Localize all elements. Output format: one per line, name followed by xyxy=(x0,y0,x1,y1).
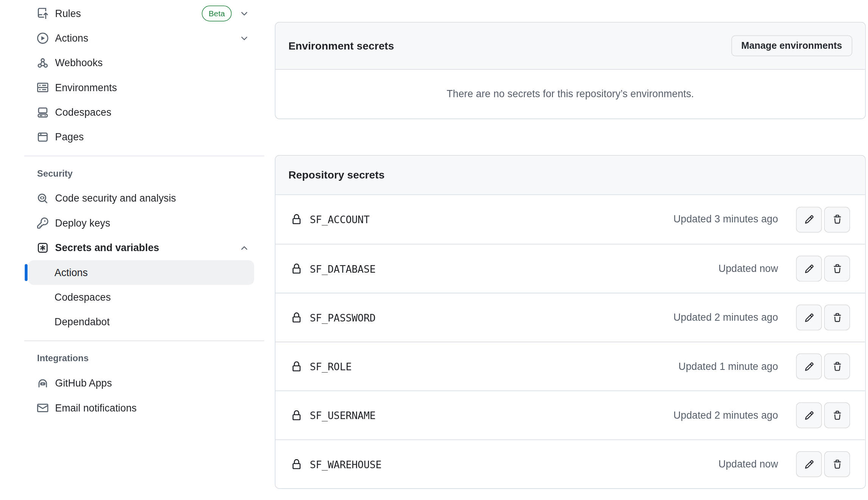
environment-secrets-title: Environment secrets xyxy=(288,40,394,52)
pencil-icon xyxy=(804,460,814,469)
sidebar-item-label: Rules xyxy=(55,8,81,19)
delete-secret-button[interactable] xyxy=(824,207,850,232)
hubot-icon xyxy=(37,377,48,389)
sidebar-item-label: Webhooks xyxy=(55,57,103,69)
sidebar-section-security: Security xyxy=(24,161,264,186)
chevron-down-icon[interactable] xyxy=(240,9,249,18)
sidebar-item-secrets-and-variables[interactable]: Secrets and variables xyxy=(24,236,264,260)
secret-row: SF_ACCOUNT Updated 3 minutes ago xyxy=(275,195,865,244)
sidebar-subitem-codespaces[interactable]: Codespaces xyxy=(28,285,254,309)
lock-icon xyxy=(291,459,302,469)
secret-name: SF_WAREHOUSE xyxy=(310,458,382,470)
delete-secret-button[interactable] xyxy=(824,256,850,281)
chevron-up-icon[interactable] xyxy=(240,243,249,253)
sidebar-item-email-notifications[interactable]: Email notifications xyxy=(24,396,264,420)
sidebar-item-label: Secrets and variables xyxy=(55,242,159,254)
trash-icon xyxy=(832,264,842,273)
pencil-icon xyxy=(804,410,814,420)
sidebar-section-integrations: Integrations xyxy=(24,346,264,371)
sidebar-item-github-apps[interactable]: GitHub Apps xyxy=(24,371,264,396)
secret-updated: Updated 2 minutes ago xyxy=(674,312,778,323)
sidebar-subitem-actions[interactable]: Actions xyxy=(28,260,254,285)
secret-name: SF_ACCOUNT xyxy=(310,214,370,225)
sidebar-item-actions[interactable]: Actions xyxy=(24,26,264,50)
codescan-icon xyxy=(37,193,48,204)
trash-icon xyxy=(832,313,842,322)
beta-badge: Beta xyxy=(202,6,232,22)
edit-secret-button[interactable] xyxy=(796,207,822,232)
sidebar-item-label: Environments xyxy=(55,82,117,93)
manage-environments-button[interactable]: Manage environments xyxy=(731,36,852,56)
key-icon xyxy=(37,217,48,229)
sidebar-item-label: Email notifications xyxy=(55,402,137,414)
sidebar-item-codespaces[interactable]: Codespaces xyxy=(24,100,264,124)
lock-icon xyxy=(291,263,302,274)
sidebar-item-webhooks[interactable]: Webhooks xyxy=(24,51,264,75)
trash-icon xyxy=(832,460,842,469)
environment-secrets-card: Environment secrets Manage environments … xyxy=(275,22,866,119)
delete-secret-button[interactable] xyxy=(824,402,850,428)
play-icon xyxy=(37,33,48,44)
secret-list: SF_ACCOUNT Updated 3 minutes ago SF_DATA… xyxy=(275,195,865,489)
lock-icon xyxy=(291,410,302,421)
settings-sidebar: Rules Beta Actions Webhooks xyxy=(24,1,264,420)
delete-secret-button[interactable] xyxy=(824,451,850,477)
sidebar-item-code-security[interactable]: Code security and analysis xyxy=(24,186,264,211)
sidebar-item-pages[interactable]: Pages xyxy=(24,125,264,149)
browser-icon xyxy=(37,132,48,143)
webhook-icon xyxy=(37,57,48,69)
edit-secret-button[interactable] xyxy=(796,451,822,477)
secret-updated: Updated 1 minute ago xyxy=(678,360,778,372)
edit-secret-button[interactable] xyxy=(796,354,822,379)
environment-secrets-empty-message: There are no secrets for this repository… xyxy=(275,70,865,118)
trash-icon xyxy=(832,215,842,224)
sidebar-item-label: Actions xyxy=(55,32,89,44)
secret-updated: Updated now xyxy=(719,458,778,470)
sidebar-item-label: Deploy keys xyxy=(55,217,110,229)
lock-icon xyxy=(291,361,302,372)
lock-icon xyxy=(291,214,302,225)
settings-page: Rules Beta Actions Webhooks xyxy=(0,0,868,500)
environment-secrets-header: Environment secrets Manage environments xyxy=(275,22,865,70)
sidebar-divider xyxy=(24,340,264,341)
sidebar-item-environments[interactable]: Environments xyxy=(24,75,264,100)
sidebar-divider xyxy=(24,156,264,156)
codespaces-icon xyxy=(37,107,48,118)
trash-icon xyxy=(832,410,842,420)
secret-name: SF_DATABASE xyxy=(310,263,376,275)
pencil-icon xyxy=(804,215,814,224)
secret-updated: Updated 2 minutes ago xyxy=(674,409,778,421)
delete-secret-button[interactable] xyxy=(824,354,850,379)
repo-push-icon xyxy=(37,8,48,19)
pencil-icon xyxy=(804,313,814,322)
sidebar-item-rules[interactable]: Rules Beta xyxy=(24,1,264,26)
secret-row: SF_ROLE Updated 1 minute ago xyxy=(275,342,865,390)
chevron-down-icon[interactable] xyxy=(240,33,249,43)
edit-secret-button[interactable] xyxy=(796,256,822,281)
sidebar-subitem-label: Actions xyxy=(54,267,88,278)
secret-updated: Updated 3 minutes ago xyxy=(674,214,778,225)
sidebar-item-label: Code security and analysis xyxy=(55,193,176,204)
secret-row: SF_PASSWORD Updated 2 minutes ago xyxy=(275,293,865,342)
secret-row: SF_DATABASE Updated now xyxy=(275,244,865,293)
secret-updated: Updated now xyxy=(719,263,778,275)
secret-name: SF_ROLE xyxy=(310,360,352,372)
sidebar-subitem-label: Codespaces xyxy=(54,291,111,303)
secret-name: SF_PASSWORD xyxy=(310,312,376,323)
mail-icon xyxy=(37,402,48,414)
edit-secret-button[interactable] xyxy=(796,402,822,428)
sidebar-item-deploy-keys[interactable]: Deploy keys xyxy=(24,211,264,235)
secret-row: SF_USERNAME Updated 2 minutes ago xyxy=(275,391,865,439)
sidebar-item-label: Codespaces xyxy=(55,107,112,118)
pencil-icon xyxy=(804,264,814,273)
pencil-icon xyxy=(804,362,814,371)
delete-secret-button[interactable] xyxy=(824,304,850,330)
repository-secrets-header: Repository secrets xyxy=(275,156,865,195)
secret-row: SF_WAREHOUSE Updated now xyxy=(275,439,865,488)
edit-secret-button[interactable] xyxy=(796,304,822,330)
sidebar-subitem-dependabot[interactable]: Dependabot xyxy=(28,310,254,334)
lock-icon xyxy=(291,312,302,323)
sidebar-item-label: GitHub Apps xyxy=(55,377,112,389)
server-icon xyxy=(37,82,48,93)
main-content: Environment secrets Manage environments … xyxy=(275,22,866,489)
